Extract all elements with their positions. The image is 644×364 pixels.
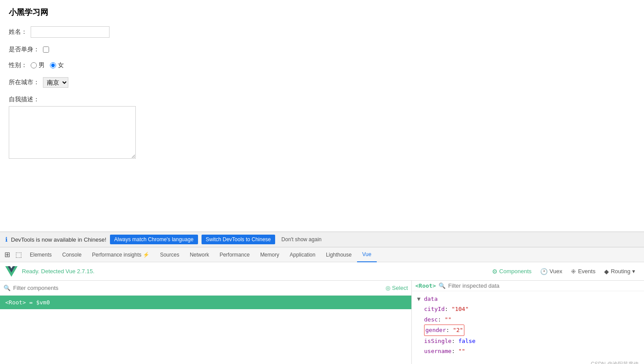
- components-tree-panel: 🔍 ◎ Select <Root> = $vm0: [0, 281, 412, 364]
- tab-performance[interactable]: Performance: [214, 247, 255, 262]
- filter-components-input[interactable]: [13, 285, 383, 291]
- action-events[interactable]: ⁜ Events: [567, 266, 599, 277]
- action-vuex-label: Vuex: [549, 268, 562, 275]
- notification-text: DevTools is now available in Chinese!: [11, 236, 106, 243]
- vuex-icon: 🕐: [540, 268, 548, 275]
- gender-row: 性别： 男 女: [9, 61, 635, 69]
- data-tree: ▼ data cityId: "104" desc: "" gender: "2…: [412, 291, 644, 359]
- action-components-label: Components: [499, 268, 532, 275]
- inspected-root-tag: <Root>: [415, 282, 436, 289]
- routing-icon: ◆: [604, 268, 609, 275]
- action-vuex[interactable]: 🕐 Vuex: [537, 266, 566, 277]
- gender-male-label: 男: [39, 61, 45, 69]
- filter-search-icon: 🔍: [4, 285, 11, 291]
- action-components[interactable]: ⚙ Components: [488, 266, 535, 277]
- vue-actions: ⚙ Components 🕐 Vuex ⁜ Events ◆ Routing ▾: [488, 266, 639, 277]
- filter-bar: 🔍 ◎ Select: [0, 281, 411, 296]
- action-routing[interactable]: ◆ Routing ▾: [601, 266, 639, 277]
- gender-female-item: 女: [50, 61, 64, 69]
- device-icon-btn[interactable]: ⬚: [13, 249, 25, 261]
- watermark-text: CSDN @渔阳节度使: [412, 359, 644, 364]
- gender-female-label: 女: [58, 61, 64, 69]
- components-icon: ⚙: [492, 268, 498, 275]
- tab-elements[interactable]: Elements: [25, 247, 57, 262]
- root-component-item[interactable]: <Root> = $vm0: [0, 296, 411, 309]
- info-icon: ℹ: [5, 236, 7, 243]
- gender-male-radio[interactable]: [31, 62, 37, 68]
- tab-console[interactable]: Console: [57, 247, 87, 262]
- data-cityId: cityId: "104": [417, 304, 639, 314]
- name-input[interactable]: [31, 26, 110, 38]
- always-match-button[interactable]: Always match Chrome's language: [110, 235, 198, 244]
- devtools-tab-bar: ⊞ ⬚ Elements Console Performance insight…: [0, 247, 644, 262]
- gender-female-radio[interactable]: [50, 62, 56, 68]
- filter-search-small-icon: 🔍: [439, 282, 446, 289]
- page-content: 小黑学习网 姓名： 是否单身： 性别： 男 女 所在城市： 南京 上海 北京: [0, 0, 644, 232]
- select-circle-icon: ◎: [386, 285, 390, 291]
- single-label: 是否单身：: [9, 46, 39, 54]
- gender-male-item: 男: [31, 61, 45, 69]
- desc-label: 自我描述：: [9, 96, 39, 103]
- inspected-data-panel: <Root> 🔍 ▼ data cityId: "104" desc: "" g…: [412, 281, 644, 364]
- desc-textarea[interactable]: [9, 106, 136, 159]
- devtools-panel: ⊞ ⬚ Elements Console Performance insight…: [0, 247, 644, 364]
- gender-label: 性别：: [9, 61, 27, 69]
- tab-application[interactable]: Application: [284, 247, 321, 262]
- filter-inspected-input[interactable]: [448, 282, 518, 289]
- action-events-label: Events: [578, 268, 595, 275]
- data-username: username: "": [417, 346, 639, 356]
- devtools-notification: ℹ DevTools is now available in Chinese! …: [0, 232, 644, 247]
- name-label: 姓名：: [9, 28, 27, 36]
- tab-memory[interactable]: Memory: [255, 247, 284, 262]
- page-title: 小黑学习网: [9, 7, 635, 18]
- data-isSingle: isSingle: false: [417, 336, 639, 346]
- tab-vue[interactable]: Vue: [357, 247, 377, 262]
- select-label: Select: [392, 285, 408, 291]
- single-checkbox[interactable]: [43, 46, 49, 53]
- gender-highlighted-row: gender: "2": [424, 325, 464, 335]
- desc-row: 自我描述：: [9, 96, 635, 159]
- data-section-expand: ▼ data: [417, 294, 639, 304]
- single-row: 是否单身：: [9, 46, 635, 54]
- gender-radio-group: 男 女: [31, 61, 64, 69]
- city-select[interactable]: 南京 上海 北京 广州: [43, 77, 68, 88]
- action-routing-label: Routing: [611, 268, 630, 275]
- routing-chevron-icon: ▾: [632, 268, 635, 275]
- vue-status-text: Ready. Detected Vue 2.7.15.: [22, 268, 95, 275]
- tab-sources[interactable]: Sources: [155, 247, 184, 262]
- city-label: 所在城市：: [9, 79, 39, 86]
- switch-chinese-button[interactable]: Switch DevTools to Chinese: [202, 235, 276, 244]
- vue-components-panel: 🔍 ◎ Select <Root> = $vm0 <Root> 🔍 ▼ data: [0, 281, 644, 364]
- inspected-header: <Root> 🔍: [412, 281, 644, 291]
- data-gender: gender: "2": [417, 325, 639, 335]
- tab-performance-insights[interactable]: Performance insights ⚡: [87, 247, 155, 262]
- name-row: 姓名：: [9, 26, 635, 38]
- vue-devtools-bar: Ready. Detected Vue 2.7.15. ⚙ Components…: [0, 262, 644, 281]
- vue-logo: [5, 265, 18, 278]
- tab-network[interactable]: Network: [184, 247, 214, 262]
- dont-show-button[interactable]: Don't show again: [279, 235, 324, 244]
- select-button[interactable]: ◎ Select: [386, 285, 408, 291]
- events-icon: ⁜: [571, 268, 576, 275]
- tab-lighthouse[interactable]: Lighthouse: [321, 247, 357, 262]
- city-row: 所在城市： 南京 上海 北京 广州: [9, 77, 635, 88]
- inspect-icon-btn[interactable]: ⊞: [2, 249, 13, 261]
- data-desc: desc: "": [417, 314, 639, 325]
